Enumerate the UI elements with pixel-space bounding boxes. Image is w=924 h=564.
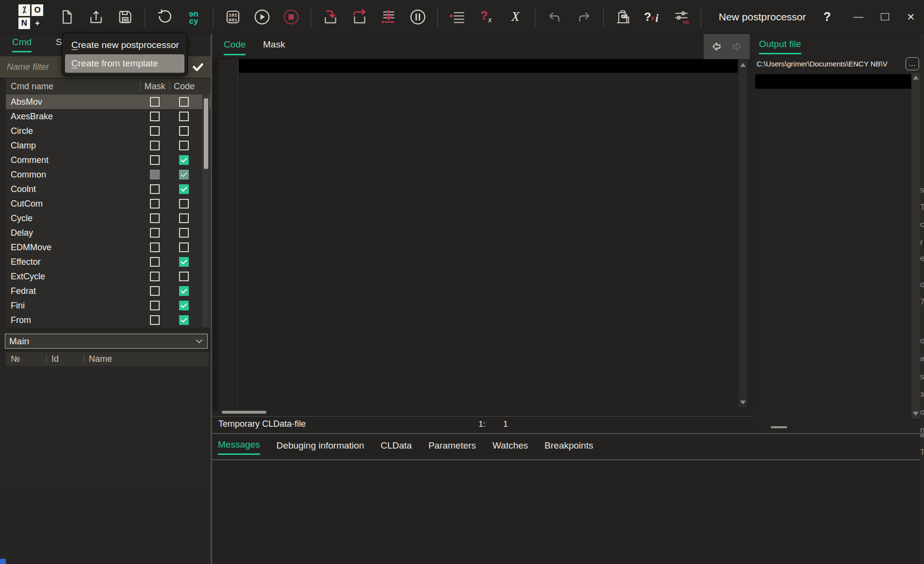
tab-mask[interactable]: Mask — [263, 39, 285, 54]
step-over-icon[interactable] — [349, 6, 370, 28]
cmd-row[interactable]: Cycle — [6, 211, 211, 226]
mask-checkbox[interactable] — [150, 184, 160, 194]
output-selected-line[interactable] — [755, 74, 911, 89]
mask-checkbox[interactable] — [150, 126, 160, 136]
code-checkbox[interactable] — [179, 242, 189, 252]
tab-output-file[interactable]: Output file — [759, 39, 801, 54]
code-checkbox[interactable] — [179, 286, 189, 296]
stop-icon[interactable] — [280, 6, 302, 28]
syntax-check-icon[interactable]: ? › i — [642, 6, 663, 28]
scrollbar-thumb[interactable] — [204, 98, 208, 169]
run-to-line-icon[interactable] — [378, 6, 399, 28]
tab-watches[interactable]: Watches — [493, 440, 528, 454]
output-vscrollbar[interactable] — [911, 73, 920, 419]
mask-checkbox[interactable] — [150, 199, 160, 209]
mask-checkbox[interactable] — [150, 315, 160, 325]
ency-logo-icon[interactable]: ɘn cy — [183, 6, 204, 28]
tab-parameters[interactable]: Parameters — [429, 440, 476, 454]
tab-partial[interactable]: S — [56, 37, 62, 51]
tab-code[interactable]: Code — [224, 39, 246, 55]
code-checkbox[interactable] — [179, 112, 189, 121]
save-file-icon[interactable] — [115, 6, 136, 28]
mask-checkbox[interactable] — [150, 213, 160, 223]
settings-n1-icon[interactable]: N1 — [671, 6, 692, 28]
menu-item[interactable]: Create from template — [65, 54, 184, 73]
machine-icon[interactable]: OK — [612, 6, 634, 28]
back-arrow-icon[interactable] — [710, 40, 723, 53]
cmd-row[interactable]: EDMMove — [6, 240, 211, 255]
cmd-row[interactable]: Fedrat — [6, 284, 211, 298]
cmd-row[interactable]: From — [6, 313, 211, 327]
forward-arrow-icon[interactable] — [730, 40, 743, 53]
mask-checkbox[interactable] — [150, 257, 160, 267]
help-button[interactable]: ? — [824, 10, 831, 24]
editor-current-line[interactable] — [239, 59, 738, 73]
cmd-row[interactable]: Coolnt — [6, 182, 211, 196]
cmd-row[interactable]: Delay — [6, 226, 211, 240]
tab-cmd[interactable]: Cmd — [12, 37, 32, 52]
cmd-row[interactable]: Comment — [6, 153, 211, 167]
close-button[interactable]: ✕ — [898, 5, 924, 29]
new-file-icon[interactable] — [56, 6, 78, 28]
undo-icon[interactable] — [544, 6, 565, 28]
editor-breakpoint-margin[interactable] — [212, 60, 219, 409]
cmd-row[interactable]: Effector — [6, 255, 211, 269]
open-file-icon[interactable] — [85, 6, 107, 28]
mask-checkbox[interactable] — [150, 301, 160, 310]
scroll-down-icon[interactable] — [740, 401, 746, 404]
cldata-binary-icon[interactable]: 101 001 — [222, 6, 244, 28]
cmd-row[interactable]: AxesBrake — [6, 109, 211, 124]
scroll-down-icon[interactable] — [913, 412, 919, 416]
cmd-row[interactable]: Common — [6, 167, 211, 182]
mask-checkbox[interactable] — [150, 97, 160, 107]
code-checkbox[interactable] — [179, 257, 189, 267]
code-checkbox[interactable] — [179, 199, 189, 209]
cmd-row[interactable]: ExtCycle — [6, 269, 211, 284]
code-checkbox[interactable] — [179, 301, 189, 310]
code-checkbox[interactable] — [179, 272, 189, 281]
cmd-row[interactable]: Circle — [6, 124, 211, 138]
cmd-row[interactable]: AbsMov — [6, 95, 211, 109]
mask-checkbox[interactable] — [150, 272, 160, 281]
scroll-up-icon[interactable] — [913, 76, 919, 80]
mask-checkbox[interactable] — [150, 112, 160, 121]
group-select[interactable]: Main — [5, 334, 208, 349]
step-into-icon[interactable] — [320, 6, 341, 28]
scrollbar-thumb[interactable] — [222, 411, 266, 414]
tab-messages[interactable]: Messages — [218, 439, 260, 455]
evaluate-icon[interactable]: ? x — [476, 6, 497, 28]
code-checkbox[interactable] — [179, 170, 189, 179]
redo-icon[interactable] — [573, 6, 594, 28]
cmd-row[interactable]: CutCom — [6, 196, 211, 211]
tab-cldata[interactable]: CLData — [380, 440, 412, 454]
tab-debuging-information[interactable]: Debuging information — [277, 440, 364, 454]
menu-item[interactable]: Create new postprocessor — [65, 36, 184, 54]
breakpoint-list-icon[interactable] — [446, 6, 468, 28]
code-checkbox[interactable] — [179, 155, 189, 165]
check-icon[interactable] — [188, 59, 208, 75]
tab-breakpoints[interactable]: Breakpoints — [544, 440, 593, 454]
mask-checkbox[interactable] — [150, 155, 160, 165]
run-icon[interactable] — [251, 6, 273, 28]
scroll-up-icon[interactable] — [740, 63, 746, 67]
scrollbar-thumb[interactable] — [771, 426, 787, 428]
reset-icon[interactable] — [154, 6, 175, 28]
code-checkbox[interactable] — [179, 126, 189, 136]
mask-checkbox[interactable] — [150, 228, 160, 238]
mask-checkbox[interactable] — [150, 242, 160, 252]
minimize-button[interactable]: — — [845, 5, 872, 29]
cmd-row[interactable]: Fini — [6, 298, 211, 313]
code-checkbox[interactable] — [179, 141, 189, 150]
cmd-table-scrollbar[interactable] — [202, 95, 210, 327]
editor-vscrollbar[interactable] — [739, 60, 747, 407]
editor-hscrollbar[interactable] — [219, 408, 739, 416]
mask-checkbox[interactable] — [150, 286, 160, 296]
output-hscrollbar[interactable] — [755, 422, 911, 432]
code-checkbox[interactable] — [179, 97, 189, 107]
mask-checkbox[interactable] — [150, 141, 160, 150]
variables-icon[interactable]: X — [505, 6, 526, 28]
mask-checkbox[interactable] — [150, 170, 160, 179]
output-file-view[interactable] — [755, 73, 911, 419]
pause-icon[interactable] — [407, 6, 429, 28]
code-checkbox[interactable] — [179, 184, 189, 194]
